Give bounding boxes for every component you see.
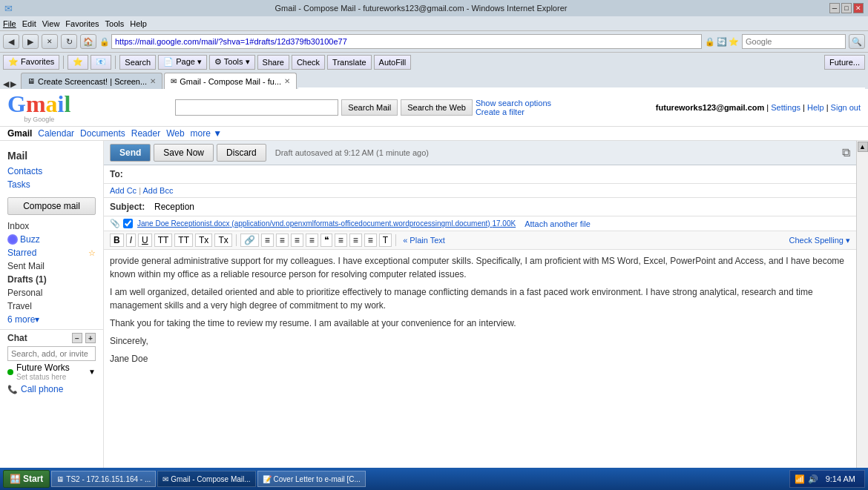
alignright-button[interactable]: ≡: [364, 234, 377, 247]
expand-icon[interactable]: ⧉: [842, 146, 850, 159]
alignleft-button[interactable]: ≡: [335, 234, 347, 247]
signout-link[interactable]: Sign out: [831, 103, 861, 112]
menu-view[interactable]: View: [42, 19, 60, 28]
plain-text-link[interactable]: « Plain Text: [403, 236, 445, 245]
sidebar-drafts[interactable]: Drafts (1): [0, 273, 103, 286]
menu-help[interactable]: Help: [130, 19, 147, 28]
chat-search-input[interactable]: [7, 346, 96, 361]
bgcolor-button[interactable]: Tx: [214, 234, 231, 247]
discard-button[interactable]: Discard: [217, 144, 266, 162]
translate-btn[interactable]: Translate: [327, 55, 371, 70]
ul-button[interactable]: ≡: [261, 234, 274, 247]
sidebar-sent[interactable]: Sent Mail: [0, 259, 103, 273]
search-web-button[interactable]: Search the Web: [401, 99, 473, 116]
chat-options-btn[interactable]: ▼: [88, 368, 96, 376]
fontsize-button[interactable]: TT: [174, 234, 193, 247]
italic-button[interactable]: I: [126, 234, 136, 247]
menu-tools[interactable]: Tools: [105, 19, 125, 28]
to-input[interactable]: [154, 168, 850, 181]
tab-close-2[interactable]: ✕: [284, 77, 290, 85]
nav-gmail[interactable]: Gmail: [7, 128, 32, 139]
home-button[interactable]: 🏠: [80, 34, 96, 49]
indent-button[interactable]: ≡: [291, 234, 303, 247]
refresh-button[interactable]: ↻: [61, 34, 77, 49]
settings-link[interactable]: Settings: [771, 103, 800, 112]
share-btn[interactable]: Share: [257, 55, 289, 70]
bold-button[interactable]: B: [110, 234, 124, 247]
aligncenter-button[interactable]: ≡: [349, 234, 362, 247]
tab-screencast[interactable]: 🖥 Create Screencast! | Screen... ✕: [21, 73, 162, 89]
call-phone-button[interactable]: 📞 Call phone: [7, 383, 96, 396]
attachment-checkbox[interactable]: [123, 219, 133, 228]
page-btn[interactable]: 📄 Page ▾: [158, 55, 207, 70]
menu-edit[interactable]: Edit: [22, 19, 36, 28]
back-button[interactable]: ◀: [3, 34, 19, 49]
future-btn[interactable]: Future...: [824, 55, 865, 70]
sidebar-more[interactable]: 6 more▾: [0, 313, 103, 326]
close-button[interactable]: ✕: [853, 3, 864, 13]
link-button[interactable]: 🔗: [240, 234, 259, 247]
taskbar-item-cover[interactable]: 📝 Cover Letter to e-mail [C...: [257, 471, 366, 487]
browser-search-input[interactable]: [742, 34, 846, 49]
taskbar-item-gmail[interactable]: ✉ Gmail - Compose Mail...: [157, 471, 255, 487]
favorites-btn[interactable]: ⭐ Favorites: [3, 55, 59, 70]
add-favorites-btn[interactable]: ⭐: [68, 55, 88, 70]
sidebar-personal[interactable]: Personal: [0, 286, 103, 299]
stop-button[interactable]: ✕: [42, 34, 58, 49]
help-link[interactable]: Help: [807, 103, 824, 112]
email-body[interactable]: provide general administrative support f…: [104, 250, 856, 398]
tab-close-1[interactable]: ✕: [150, 77, 156, 85]
search-toolbar-btn[interactable]: Search: [119, 55, 156, 70]
underline-button[interactable]: U: [138, 234, 152, 247]
autofill-btn[interactable]: AutoFill: [374, 55, 412, 70]
send-button[interactable]: Send: [110, 144, 151, 162]
sidebar-inbox[interactable]: Inbox: [0, 219, 103, 233]
chat-minus-btn[interactable]: −: [72, 333, 82, 343]
menu-file[interactable]: File: [3, 19, 16, 28]
removeformat-button[interactable]: T: [379, 234, 392, 247]
outdent-button[interactable]: ≡: [306, 234, 318, 247]
save-now-button[interactable]: Save Now: [154, 144, 214, 162]
ie-tools-btn[interactable]: 📧: [91, 55, 111, 70]
sidebar-contacts[interactable]: Contacts: [0, 165, 103, 178]
scroll-up-btn[interactable]: ▲: [858, 142, 868, 152]
font-button[interactable]: TT: [154, 234, 173, 247]
nav-reader[interactable]: Reader: [131, 128, 160, 139]
attach-another-link[interactable]: Attach another file: [525, 219, 591, 228]
browser-search-go[interactable]: 🔍: [849, 34, 865, 49]
forward-button[interactable]: ▶: [22, 34, 39, 49]
tools-toolbar-btn[interactable]: ⚙ Tools ▾: [209, 55, 255, 70]
sidebar-travel[interactable]: Travel: [0, 299, 103, 313]
create-filter-link[interactable]: Create a filter: [476, 107, 551, 116]
start-button[interactable]: 🪟 Start: [3, 470, 50, 488]
sidebar-buzz[interactable]: Buzz: [0, 233, 103, 246]
check-btn[interactable]: Check: [292, 55, 325, 70]
add-bcc-link[interactable]: Add Bcc: [142, 186, 173, 195]
show-search-options-link[interactable]: Show search options: [476, 99, 551, 107]
compose-scrollbar[interactable]: ▲ ▼: [856, 141, 868, 490]
maximize-button[interactable]: □: [841, 3, 852, 13]
sidebar-tasks[interactable]: Tasks: [0, 178, 103, 191]
nav-calendar[interactable]: Calendar: [38, 128, 74, 139]
spellcheck-link[interactable]: Check Spelling ▾: [789, 236, 850, 245]
sidebar-starred[interactable]: Starred ☆: [0, 246, 103, 259]
nav-more[interactable]: more ▼: [191, 128, 223, 139]
nav-documents[interactable]: Documents: [80, 128, 125, 139]
tab-gmail[interactable]: ✉ Gmail - Compose Mail - fu... ✕: [164, 73, 297, 89]
minimize-button[interactable]: ─: [829, 3, 840, 13]
nav-web[interactable]: Web: [166, 128, 184, 139]
chat-plus-btn[interactable]: +: [85, 333, 96, 343]
address-input[interactable]: [111, 34, 702, 49]
gmail-search-input[interactable]: [175, 99, 338, 116]
textcolor-button[interactable]: Tx: [195, 234, 212, 247]
menu-favorites[interactable]: Favorites: [65, 19, 99, 28]
ol-button[interactable]: ≡: [276, 234, 289, 247]
add-cc-link[interactable]: Add Cc: [110, 186, 137, 195]
chat-status-text[interactable]: Set status here: [16, 373, 70, 381]
quote-button[interactable]: ❝: [320, 234, 332, 247]
search-mail-button[interactable]: Search Mail: [341, 99, 398, 116]
attachment-link[interactable]: Jane Doe Receptionist.docx (application/…: [137, 219, 516, 228]
compose-mail-button[interactable]: Compose mail: [7, 197, 96, 215]
subject-input[interactable]: [154, 200, 850, 213]
taskbar-item-ts2[interactable]: 🖥 TS2 - 172.16.151.164 - ...: [51, 471, 156, 487]
